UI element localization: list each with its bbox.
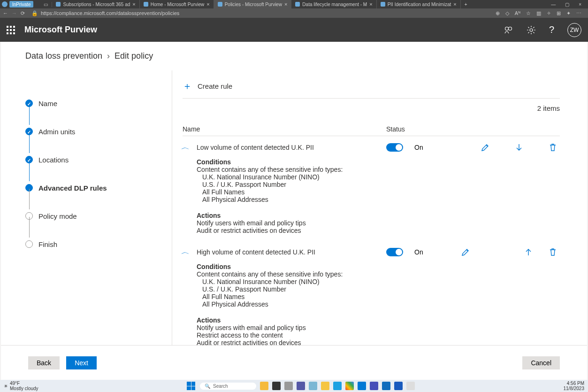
favorites-bar-icon[interactable]: ✧ [547, 10, 551, 16]
step-label: Locations [38, 156, 69, 164]
create-rule-button[interactable]: ＋ Create rule [183, 78, 560, 94]
weather-widget[interactable]: ☀ 49°F Mostly cloudy [4, 381, 187, 391]
status-label: On [414, 248, 461, 256]
breadcrumb-current: Edit policy [115, 51, 153, 61]
column-header-name[interactable]: Name [183, 125, 386, 133]
windows-taskbar[interactable]: ☀ 49°F Mostly cloudy 🔍 Search 4:56 PM 11… [0, 380, 588, 392]
taskbar-app-icon[interactable] [333, 382, 342, 390]
footer-bar: Back Next Cancel [1, 345, 587, 380]
step-locations[interactable]: Locations [25, 146, 172, 174]
page-shell: Data loss prevention › Edit policy Name … [1, 42, 587, 380]
edit-icon[interactable] [461, 248, 470, 256]
rule-name[interactable]: Low volume of content detected U.K. PII [197, 144, 386, 151]
browser-tab-0[interactable]: Subscriptions - Microsoft 365 ad× [52, 0, 139, 8]
window-minimize-icon[interactable]: — [546, 2, 560, 7]
taskbar-app-icon[interactable] [297, 382, 305, 390]
close-icon[interactable]: × [284, 1, 287, 7]
refresh-icon[interactable]: ⟳ [21, 10, 25, 16]
help-icon[interactable]: ? [549, 24, 554, 35]
lock-icon: 🔒 [31, 10, 38, 16]
favorite-icon[interactable]: ☆ [526, 10, 531, 16]
breadcrumb: Data loss prevention › Edit policy [1, 42, 587, 70]
site-icon [295, 2, 300, 7]
taskbar-app-icon[interactable] [321, 382, 329, 390]
inprivate-badge: InPrivate [9, 1, 33, 8]
breadcrumb-root[interactable]: Data loss prevention [25, 51, 102, 61]
new-tab-button[interactable]: + [461, 2, 471, 7]
site-icon [56, 2, 61, 7]
browser-tab-2[interactable]: Policies - Microsoft Purview× [214, 0, 292, 8]
table-header: Name Status [183, 123, 560, 136]
delete-icon[interactable] [549, 143, 557, 152]
collections-icon[interactable]: ⊞ [557, 10, 561, 16]
taskbar-search[interactable]: 🔍 Search [200, 383, 256, 390]
taskbar-app-icon[interactable] [272, 382, 281, 390]
status-toggle[interactable] [386, 248, 403, 256]
delete-icon[interactable] [549, 248, 557, 256]
taskbar-app-icon[interactable] [370, 382, 378, 390]
feedback-icon[interactable] [504, 25, 513, 35]
close-icon[interactable]: × [132, 1, 135, 7]
system-clock[interactable]: 4:56 PM 11/8/2023 [564, 381, 585, 391]
column-header-status[interactable]: Status [386, 125, 461, 133]
read-aloud-icon[interactable]: Aᴺ [515, 10, 520, 16]
browser-tab-4[interactable]: PII Identification and Minimizat× [377, 0, 461, 8]
zoom-icon[interactable]: ⊕ [496, 10, 500, 16]
shopping-icon[interactable]: ◇ [505, 10, 509, 16]
extensions-icon[interactable]: ✦ [566, 10, 571, 16]
window-maximize-icon[interactable]: ▢ [560, 2, 574, 7]
step-policy-mode[interactable]: Policy mode [25, 202, 172, 230]
tab-actions-icon[interactable]: ▭ [40, 2, 52, 7]
close-icon[interactable]: × [206, 1, 209, 7]
start-icon[interactable] [187, 382, 195, 390]
chevron-up-icon[interactable]: ︿ [181, 248, 190, 256]
action-item: Notify users with email and policy tips [197, 324, 560, 331]
move-up-icon[interactable] [524, 248, 533, 256]
taskbar-pinned-apps [260, 382, 415, 390]
rule-details: Conditions Content contains any of these… [183, 256, 560, 345]
taskbar-app-icon[interactable] [406, 382, 415, 390]
status-label: On [414, 144, 461, 151]
chevron-up-icon[interactable]: ︿ [181, 143, 190, 152]
cancel-button[interactable]: Cancel [522, 356, 560, 369]
back-icon[interactable]: ← [3, 10, 8, 16]
step-name[interactable]: Name [25, 89, 172, 117]
rule-name[interactable]: High volume of content detected U.K. PII [197, 248, 386, 256]
avatar[interactable]: ZW [567, 23, 581, 37]
next-button[interactable]: Next [66, 356, 97, 369]
taskbar-app-icon[interactable] [284, 382, 293, 390]
step-admin-units[interactable]: Admin units [25, 117, 172, 146]
window-close-icon[interactable]: × [574, 2, 586, 7]
taskbar-app-icon[interactable] [382, 382, 390, 390]
app-launcher-icon[interactable] [7, 26, 15, 34]
condition-item: All Full Names [197, 188, 560, 196]
browser-chrome: InPrivate ▭ Subscriptions - Microsoft 36… [0, 0, 588, 18]
settings-icon[interactable] [527, 25, 536, 35]
step-label: Name [38, 100, 57, 108]
back-button[interactable]: Back [28, 356, 60, 369]
browser-tab-3[interactable]: Data lifecycle management - M× [291, 0, 376, 8]
content-area: ＋ Create rule 2 items Name Status ︿ Low … [172, 70, 587, 345]
close-icon[interactable]: × [453, 1, 456, 7]
close-icon[interactable]: × [369, 1, 372, 7]
taskbar-app-icon[interactable] [309, 382, 317, 390]
step-label: Admin units [38, 128, 75, 136]
site-icon [144, 2, 148, 7]
browser-tab-1[interactable]: Home - Microsoft Purview× [140, 0, 214, 8]
edit-icon[interactable] [481, 143, 489, 152]
split-icon[interactable]: ▥ [536, 10, 541, 16]
taskbar-app-icon[interactable] [394, 382, 403, 390]
step-label: Policy mode [38, 212, 77, 220]
move-down-icon[interactable] [515, 143, 523, 152]
scrollbar[interactable] [582, 138, 587, 345]
address-input[interactable]: 🔒 https://compliance.microsoft.com/datal… [29, 10, 492, 17]
taskbar-app-icon[interactable] [358, 382, 366, 390]
taskbar-app-icon[interactable] [260, 382, 268, 390]
svg-point-0 [505, 27, 508, 30]
more-icon[interactable]: ⋯ [576, 10, 581, 16]
action-item: Notify users with email and policy tips [197, 219, 560, 227]
step-finish[interactable]: Finish [25, 230, 172, 258]
taskbar-app-icon[interactable] [345, 382, 354, 390]
step-advanced-dlp-rules[interactable]: Advanced DLP rules [25, 174, 172, 202]
status-toggle[interactable] [386, 143, 403, 152]
